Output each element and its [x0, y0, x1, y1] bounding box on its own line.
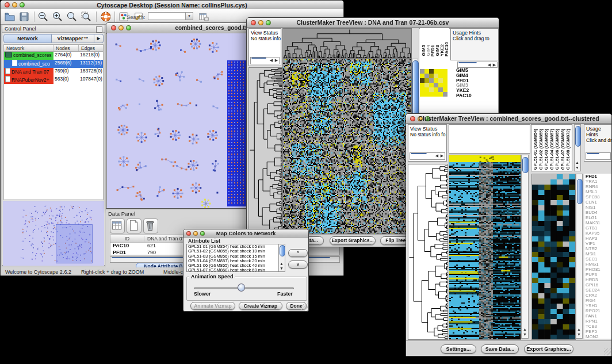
zoom-in-icon[interactable]	[52, 11, 63, 22]
scroll-thumb[interactable]	[458, 62, 477, 63]
gene-label[interactable]: RPO21	[584, 308, 612, 313]
column-label[interactable]: PAC10	[444, 42, 449, 56]
scroll-thumb[interactable]	[411, 153, 427, 154]
scroll-up-icon[interactable]: ▲	[522, 327, 527, 332]
tab-overflow-arrow[interactable]: ▶	[94, 34, 104, 43]
network-list-row[interactable]: combined_sco2569(6)13112(15)	[4, 60, 103, 68]
row-dendrogram[interactable]	[408, 164, 448, 340]
zoom-heatmap-cell[interactable]	[420, 92, 424, 97]
zoom-heatmap-cell[interactable]	[434, 69, 438, 74]
zoom-fit-icon[interactable]	[66, 11, 78, 22]
tab-network[interactable]: Network	[3, 34, 52, 43]
gene-label[interactable]: TCB3	[584, 324, 612, 329]
zoom-heatmap-cell[interactable]	[429, 74, 434, 78]
scroll-left-icon[interactable]: ◀	[487, 63, 492, 67]
scroll-right-icon[interactable]: ▶	[274, 58, 279, 63]
gene-label[interactable]: CPA2	[584, 293, 612, 298]
attribute-list-scrollbar[interactable]: ▲ ▼	[278, 244, 285, 271]
zoom-heatmap-cell[interactable]	[434, 92, 438, 97]
attribute-list-item[interactable]: GPL51-07 (GSM868) heat shock 60 min	[187, 268, 285, 272]
zoom-heatmap[interactable]	[531, 174, 576, 340]
float-panel-icon[interactable]	[96, 26, 102, 33]
global-vscrollbar[interactable]: ▲ ▼	[521, 155, 529, 339]
zoom-hscrollbar[interactable]: ◀ ▶	[457, 62, 498, 68]
column-label[interactable]: GPL51-06 (GSM865)	[554, 129, 560, 170]
delete-attribute-trash-icon[interactable]	[143, 219, 158, 233]
gene-label[interactable]: SEC24	[584, 288, 612, 293]
move-up-button[interactable]: ^	[288, 249, 308, 257]
gene-label[interactable]: GPI16	[584, 282, 612, 288]
gene-label[interactable]: NTR2	[584, 246, 612, 251]
column-label[interactable]: GPL51-03 (GSM856)	[544, 129, 549, 170]
column-label[interactable]: GPL51-02 (GSM855)	[538, 129, 544, 170]
move-down-button[interactable]: v	[288, 260, 308, 269]
zoom-heatmap-cell[interactable]	[438, 78, 443, 83]
treeview-button[interactable]: Save Data...	[481, 344, 519, 354]
gene-label[interactable]: KAP95	[584, 231, 612, 236]
import-table-icon[interactable]	[198, 11, 209, 22]
gene-label[interactable]: HMG1	[584, 262, 612, 267]
treeview2-titlebar[interactable]: ClusterMaker TreeView : combined_scores_…	[406, 114, 611, 124]
scroll-right-icon[interactable]: ▶	[492, 63, 497, 67]
zoom-heatmap-cell[interactable]	[420, 78, 424, 83]
gene-label[interactable]: PEP5	[584, 329, 612, 334]
column-label[interactable]: GPL51-01 (GSM854)	[533, 129, 538, 170]
zoom-heatmap-cell[interactable]	[438, 69, 443, 74]
select-attributes-button[interactable]	[110, 219, 125, 233]
zoom-heatmap-cell[interactable]	[434, 87, 438, 92]
treeview-button[interactable]: Export Graphics...	[330, 236, 376, 245]
column-label[interactable]: GPL51-07 (GSM868)	[560, 129, 565, 170]
zoom-heatmap-cell[interactable]	[443, 92, 447, 97]
column-label[interactable]: GPL51-08 (GSM872)	[565, 129, 571, 170]
zoom-heatmap-cell[interactable]	[443, 74, 447, 78]
gene-label[interactable]: BUD4	[584, 210, 612, 215]
zoom-heatmap-cell[interactable]	[420, 69, 424, 74]
scroll-up-icon[interactable]: ▲	[576, 327, 582, 332]
zoom-heatmap-cell[interactable]	[424, 69, 429, 74]
search-input[interactable]	[148, 12, 186, 20]
gene-label[interactable]: RPN1	[584, 319, 612, 324]
gene-label[interactable]: CLN1	[584, 200, 612, 205]
scroll-down-icon[interactable]: ▼	[575, 166, 580, 170]
gene-label[interactable]: PHO81	[584, 267, 612, 272]
new-attribute-button[interactable]	[127, 219, 141, 233]
global-heatmap[interactable]	[449, 155, 521, 340]
scroll-thumb[interactable]	[587, 153, 599, 154]
treeview-button[interactable]: Settings...	[441, 344, 476, 354]
zoom-heatmap-cell[interactable]	[429, 92, 434, 97]
zoom-heatmap-cell[interactable]	[438, 92, 443, 97]
zoom-heatmap-cell[interactable]	[434, 78, 438, 83]
gene-label[interactable]: ELG1	[584, 215, 612, 220]
column-network[interactable]: Network	[4, 45, 53, 51]
gene-label[interactable]: PFD1	[584, 174, 612, 179]
network-list-row[interactable]: RNAPuberNov2+563(0)107847(0)	[4, 76, 103, 84]
zoom-heatmap-cell[interactable]	[420, 74, 424, 78]
gene-label[interactable]: MSI1	[584, 251, 612, 256]
zoom-heatmap-cell[interactable]	[424, 78, 429, 83]
column-label[interactable]: GPL51-04 (GSM857)	[549, 129, 554, 170]
zoom-heatmap-cell[interactable]	[429, 69, 434, 74]
column-id[interactable]: ID	[110, 236, 144, 242]
global-heatmap[interactable]	[282, 59, 412, 234]
dialog-titlebar[interactable]: Map Colors to Network	[183, 229, 308, 237]
gene-label[interactable]: MAK31	[584, 220, 612, 225]
gene-label[interactable]: SEC1	[584, 256, 612, 262]
zoom-heatmap-cell[interactable]	[420, 87, 424, 92]
gene-label[interactable]: YSH1	[584, 303, 612, 308]
network-list-row[interactable]: DNA and Tran 07769(0)183728(0)	[4, 68, 103, 76]
gene-label[interactable]: SPC98	[584, 194, 612, 200]
gene-label[interactable]: PAC10	[456, 93, 498, 98]
gene-label[interactable]: MSL1	[584, 189, 612, 194]
column-nodes[interactable]: Nodes	[53, 45, 79, 51]
zoom-heatmap-cell[interactable]	[434, 74, 438, 78]
open-folder-icon[interactable]	[4, 11, 16, 22]
zoom-heatmap-cell[interactable]	[438, 83, 443, 87]
view-status-scrollbar[interactable]: ◀ ▶	[250, 57, 280, 64]
help-lifesaver-icon[interactable]	[100, 11, 112, 22]
column-edges[interactable]: Edges	[79, 45, 103, 51]
scroll-thumb[interactable]	[251, 58, 266, 59]
gene-label[interactable]: RNR4	[584, 184, 612, 189]
gene-label[interactable]: VIP1	[584, 241, 612, 246]
scroll-down-icon[interactable]: ▼	[576, 332, 582, 337]
scroll-left-icon[interactable]: ◀	[434, 154, 439, 158]
